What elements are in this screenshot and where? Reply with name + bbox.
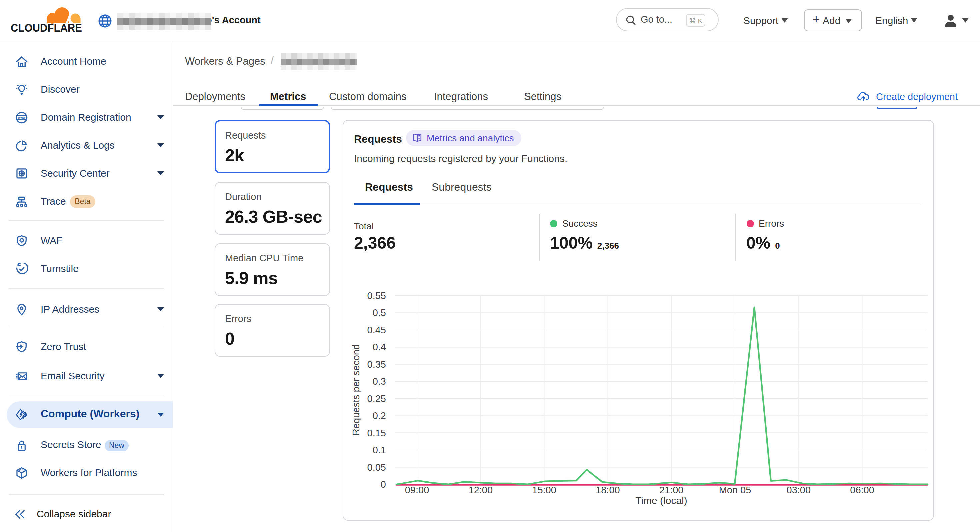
svg-text:18:00: 18:00 xyxy=(595,485,620,495)
svg-text:0.4: 0.4 xyxy=(372,342,386,352)
svg-text:12:00: 12:00 xyxy=(468,485,493,495)
svg-text:Mon 05: Mon 05 xyxy=(719,485,751,495)
svg-text:0.45: 0.45 xyxy=(367,325,386,335)
svg-text:03:00: 03:00 xyxy=(786,485,811,495)
svg-text:0: 0 xyxy=(380,479,386,490)
svg-text:0.55: 0.55 xyxy=(367,290,386,301)
svg-text:Time (local): Time (local) xyxy=(635,495,687,506)
svg-text:0.3: 0.3 xyxy=(372,376,386,387)
svg-text:0.2: 0.2 xyxy=(372,410,386,421)
svg-text:09:00: 09:00 xyxy=(405,485,429,495)
svg-text:0.25: 0.25 xyxy=(367,393,386,404)
svg-text:0.1: 0.1 xyxy=(372,445,386,456)
svg-text:CLOUDFLARE: CLOUDFLARE xyxy=(11,22,82,33)
svg-text:www: www xyxy=(18,116,25,119)
svg-text:21:00: 21:00 xyxy=(659,485,683,495)
svg-text:0.05: 0.05 xyxy=(367,462,386,473)
svg-text:Requests per second: Requests per second xyxy=(350,344,361,436)
svg-text:0.35: 0.35 xyxy=(367,359,386,370)
svg-text:15:00: 15:00 xyxy=(532,485,556,495)
svg-text:0.15: 0.15 xyxy=(367,428,386,438)
svg-text:06:00: 06:00 xyxy=(850,485,874,495)
svg-text:0.5: 0.5 xyxy=(372,307,386,318)
